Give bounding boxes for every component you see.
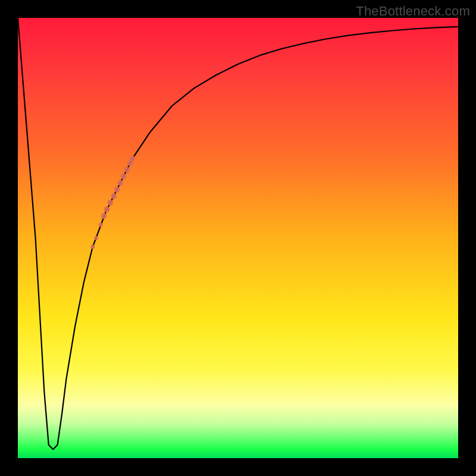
highlight-point (107, 200, 113, 206)
chart-frame: TheBottleneck.com (0, 0, 476, 476)
highlight-point (129, 156, 135, 162)
highlight-point (99, 223, 103, 227)
bottleneck-curve (18, 18, 458, 449)
highlight-point (124, 167, 130, 173)
highlight-point (111, 193, 117, 199)
highlight-point (121, 173, 127, 179)
plot-area (18, 18, 458, 458)
highlight-point (104, 206, 110, 212)
highlight-point (94, 236, 98, 240)
chart-svg (18, 18, 458, 458)
watermark-text: TheBottleneck.com (356, 4, 470, 19)
highlight-point (114, 187, 120, 193)
highlight-point (90, 245, 95, 249)
highlight-point (117, 180, 123, 186)
highlight-point (101, 213, 107, 219)
